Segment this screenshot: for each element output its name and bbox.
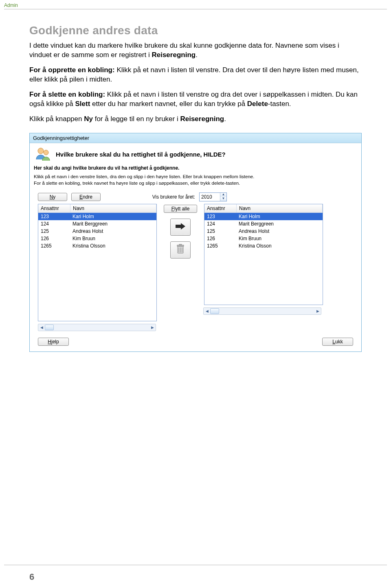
label: For å slette en kobling: — [29, 91, 105, 98]
scroll-thumb[interactable] — [210, 308, 219, 314]
cell-ansattnr: 124 — [204, 220, 236, 228]
table-row[interactable]: 1265Kristina Olsson — [38, 242, 156, 250]
cell-ansattnr: 124 — [38, 220, 70, 228]
text: Klikk på et navn i den venstre listen, d… — [34, 174, 254, 179]
col-navn[interactable]: Navn — [70, 204, 156, 212]
table-row[interactable]: 125Andreas Holst — [204, 228, 323, 235]
cell-navn: Kristina Olsson — [236, 242, 323, 250]
delete-link-paragraph: For å slette en kobling: Klikk på et nav… — [29, 90, 362, 109]
cell-ansattnr: 125 — [38, 228, 70, 235]
cell-ansattnr: 125 — [204, 228, 236, 235]
col-ansattnr[interactable]: Ansattnr — [204, 204, 237, 212]
app-name: Reiseregning — [152, 51, 196, 59]
cell-navn: Marit Berggreen — [70, 220, 156, 228]
text: . — [224, 115, 226, 123]
users-icon — [34, 146, 52, 164]
scroll-right-icon[interactable]: ▶ — [314, 309, 321, 313]
cell-ansattnr: 126 — [204, 235, 236, 242]
text: for å legge til en ny bruker i — [93, 115, 180, 123]
cell-navn: Marit Berggreen — [236, 220, 323, 228]
cell-ansattnr: 126 — [38, 235, 70, 242]
button-label: Flytt alle — [171, 206, 190, 212]
scroll-thumb[interactable] — [45, 325, 54, 330]
right-user-list[interactable]: Ansattnr Navn 123Kari Holm124Marit Bergg… — [204, 204, 323, 305]
trash-button[interactable] — [170, 241, 191, 259]
table-row[interactable]: 126Kim Bruun — [204, 235, 323, 242]
flytt-alle-button[interactable]: Flytt alle — [164, 205, 197, 213]
scroll-right-icon[interactable]: ▶ — [149, 325, 156, 329]
left-scrollbar[interactable]: ◀ ▶ — [38, 324, 156, 331]
move-right-button[interactable] — [170, 219, 191, 236]
cell-ansattnr: 1265 — [204, 242, 236, 250]
button-label: Endre — [79, 194, 92, 200]
ny: Ny — [84, 115, 93, 123]
col-navn[interactable]: Navn — [237, 204, 323, 212]
label: For å opprette en kobling: — [29, 66, 115, 74]
left-user-list[interactable]: Ansattnr Navn 123Kari Holm124Marit Bergg… — [38, 204, 157, 321]
table-row[interactable]: 125Andreas Holst — [38, 228, 156, 235]
ny-button[interactable]: Ny — [38, 193, 67, 201]
dialog-subheading: Her skal du angi hvilke brukere du vil h… — [30, 164, 361, 172]
year-input[interactable] — [200, 194, 220, 200]
cell-navn: Kim Bruun — [70, 235, 156, 242]
svg-rect-4 — [179, 244, 182, 245]
table-row[interactable]: 126Kim Bruun — [38, 235, 156, 242]
scroll-left-icon[interactable]: ◀ — [204, 309, 210, 313]
trash-icon — [176, 244, 185, 256]
spinner-down-icon[interactable]: ▼ — [220, 197, 226, 201]
dialog-heading: Hvilke brukere skal du ha rettighet til … — [56, 151, 226, 158]
page-header-label: Admin — [0, 0, 391, 8]
slett: Slett — [75, 100, 90, 108]
dialog-description: Klikk på et navn i den venstre listen, d… — [30, 172, 361, 187]
cell-navn: Kari Holm — [236, 213, 323, 220]
window-title: Godkjenningsrettigheter — [30, 133, 361, 143]
cell-navn: Kari Holm — [70, 213, 156, 220]
button-label: Lukk — [332, 339, 343, 345]
col-ansattnr[interactable]: Ansattnr — [38, 204, 70, 212]
cell-navn: Kristina Olsson — [70, 242, 156, 250]
year-label: Vis brukere for året: — [152, 194, 195, 200]
text: -tasten. — [268, 100, 291, 108]
svg-point-0 — [38, 148, 44, 154]
table-row[interactable]: 123Kari Holm — [204, 213, 323, 220]
cell-navn: Andreas Holst — [70, 228, 156, 235]
hjelp-button[interactable]: Hjelp — [38, 338, 69, 346]
app-name: Reiseregning — [180, 115, 224, 123]
text: For å slette en kobling, trekk navnet fr… — [34, 181, 240, 186]
page-number: 6 — [0, 565, 391, 582]
text: . — [196, 51, 198, 59]
cell-navn: Kim Bruun — [236, 235, 323, 242]
dialog-window: Godkjenningsrettigheter Hvilke brukere s… — [29, 133, 362, 352]
create-link-paragraph: For å opprette en kobling: Klikk på et n… — [29, 66, 362, 84]
table-row[interactable]: 124Marit Berggreen — [204, 220, 323, 228]
text: etter du har markert navnet, eller du ka… — [90, 100, 247, 108]
button-label: Hjelp — [48, 339, 59, 345]
scroll-left-icon[interactable]: ◀ — [38, 325, 45, 329]
cell-navn: Andreas Holst — [236, 228, 323, 235]
new-button-paragraph: Klikk på knappen Ny for å legge til en n… — [29, 115, 362, 124]
button-label: Ny — [50, 194, 56, 200]
cell-ansattnr: 123 — [204, 213, 236, 220]
text: Klikk på knappen — [29, 115, 84, 123]
endre-button[interactable]: Endre — [71, 193, 101, 201]
table-row[interactable]: 124Marit Berggreen — [38, 220, 156, 228]
svg-point-1 — [44, 150, 48, 155]
arrow-right-icon — [175, 222, 186, 232]
cell-ansattnr: 123 — [38, 213, 70, 220]
table-row[interactable]: 1265Kristina Olsson — [204, 242, 323, 250]
lukk-button[interactable]: Lukk — [322, 338, 353, 346]
cell-ansattnr: 1265 — [38, 242, 70, 250]
year-spinner[interactable]: ▲ ▼ — [199, 192, 227, 201]
right-scrollbar[interactable]: ◀ ▶ — [203, 307, 321, 315]
section-title: Godkjenne andres data — [29, 24, 362, 37]
table-row[interactable]: 123Kari Holm — [38, 213, 156, 220]
delete-key: Delete — [247, 100, 268, 108]
intro-paragraph: I dette vinduet kan du markere hvilke br… — [29, 41, 362, 60]
